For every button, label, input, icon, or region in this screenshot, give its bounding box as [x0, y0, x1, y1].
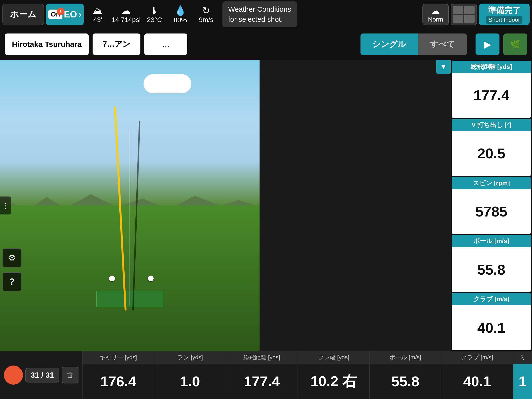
view-toggle-group: シングル すべて [361, 33, 467, 55]
droplet-icon: 💧 [174, 5, 186, 16]
altitude-value: 43' [93, 16, 102, 24]
eo-label: EO [64, 9, 77, 20]
extra-stat-header: ミ [513, 351, 532, 364]
course-view-button[interactable]: 🌿 [503, 33, 527, 55]
bottom-ball-header: ボール [m/s] [370, 351, 441, 364]
pressure-value: 14.714psi [111, 16, 140, 24]
extra-button[interactable]: … [144, 33, 187, 55]
player-select-button[interactable]: Hirotaka Tsuruhara [5, 33, 89, 55]
sky-cloud [144, 74, 191, 93]
bottom-ball-speed-stat: ボール [m/s] 55.8 [369, 351, 441, 399]
wind-indicator: ↻ 9m/s [194, 5, 218, 24]
club-speed-card: クラブ [m/s] 40.1 [452, 293, 531, 350]
extra-stat-value: 1 [513, 364, 532, 399]
club-speed-header: クラブ [m/s] [452, 293, 531, 305]
wind-value: 9m/s [199, 16, 214, 24]
weather-conditions-panel[interactable]: Weather Conditions for selected shot. [222, 1, 297, 27]
carry-stat: キャリー [yds] 176.4 [82, 351, 154, 399]
bottom-left-controls: 31 / 31 🗑 [0, 351, 82, 399]
grid-cell-2 [464, 6, 475, 14]
play-icon: ▶ [484, 39, 491, 50]
spread-stat: ブレ幅 [yds] 10.2 右 [298, 351, 369, 399]
single-view-button[interactable]: シングル [361, 33, 418, 55]
norm-icon: ☁ [431, 6, 440, 16]
ball-speed-header: ボール [m/s] [452, 235, 531, 247]
stats-panel: 総飛距離 [yds] 177.4 V 打ち出し [°] 20.5 スピン [rp… [451, 60, 532, 351]
bottom-club-speed-stat: クラブ [m/s] 40.1 [441, 351, 513, 399]
spin-card: スピン [rpm] 5785 [452, 177, 531, 234]
altitude-indicator: ⛰ 43' [86, 5, 110, 24]
ball-left [109, 276, 115, 281]
thermometer-icon: 🌡 [150, 5, 159, 16]
grid-cell-1 [453, 6, 463, 14]
shot-count: 31 / 31 [25, 368, 59, 382]
carry-value: 176.4 [82, 364, 154, 399]
bottom-bar: 31 / 31 🗑 キャリー [yds] 176.4 ラン [yds] 1.0 … [0, 351, 532, 399]
eo-badge: ! [57, 8, 64, 15]
ball-speed-value: 55.8 [452, 247, 531, 292]
temperature-value: 23°C [147, 16, 162, 24]
ready-label: 準備完了 [488, 5, 520, 16]
pressure-icon: ☁ [121, 5, 131, 16]
club-select-button[interactable]: 7…アン [93, 33, 140, 55]
club-speed-value: 40.1 [452, 305, 531, 350]
carry-header: キャリー [yds] [82, 351, 154, 364]
settings-button[interactable]: ⚙ [2, 248, 22, 267]
v-launch-value: 20.5 [452, 131, 531, 176]
ball-right [148, 276, 154, 281]
delete-shot-button[interactable]: 🗑 [62, 367, 78, 383]
total-dist-value: 177.4 [226, 364, 298, 399]
home-button[interactable]: ホーム [2, 4, 44, 25]
temperature-indicator: 🌡 23°C [143, 5, 166, 24]
total-distance-value: 177.4 [452, 73, 531, 118]
golf-view: ⚙ ? ⋮ [0, 60, 260, 351]
pressure-indicator: ☁ 14.714psi [111, 5, 140, 24]
bottom-stats-row: キャリー [yds] 176.4 ラン [yds] 1.0 総飛距離 [yds]… [82, 351, 532, 399]
spin-header: スピン [rpm] [452, 177, 531, 189]
grid-cell-4 [464, 15, 475, 23]
v-launch-header: V 打ち出し [°] [452, 119, 531, 131]
dropdown-arrow[interactable]: ▼ [436, 60, 451, 74]
header-bar: ホーム On ! EO › ⛰ 43' ☁ 14.714psi 🌡 23°C 💧… [0, 0, 532, 29]
run-stat: ラン [yds] 1.0 [154, 351, 226, 399]
play-button[interactable]: ▶ [475, 33, 500, 55]
spin-value: 5785 [452, 189, 531, 234]
grid-cell-3 [453, 15, 463, 23]
mountain-icon: ⛰ [93, 5, 102, 16]
total-distance-card: 総飛距離 [yds] 177.4 [452, 61, 531, 118]
grid-button[interactable] [451, 4, 477, 25]
spread-value: 10.2 右 [298, 364, 369, 399]
norm-label: Norm [428, 16, 443, 23]
total-dist-stat: 総飛距離 [yds] 177.4 [226, 351, 298, 399]
eo-on-indicator: On ! [48, 10, 63, 19]
v-launch-card: V 打ち出し [°] 20.5 [452, 119, 531, 176]
trash-icon: 🗑 [66, 371, 74, 379]
second-bar: Hirotaka Tsuruhara 7…アン … シングル すべて ▶ 🌿 [0, 29, 532, 60]
shot-line [129, 130, 130, 304]
help-button[interactable]: ? [2, 272, 22, 291]
ready-button[interactable]: 準備完了 Short Indoor [479, 4, 530, 25]
run-value: 1.0 [154, 364, 226, 399]
extra-stat: ミ 1 [513, 351, 532, 399]
left-panel-handle[interactable]: ⋮ [0, 197, 11, 215]
ball-speed-card: ボール [m/s] 55.8 [452, 235, 531, 292]
all-view-button[interactable]: すべて [418, 33, 467, 55]
total-dist-header: 総飛距離 [yds] [226, 351, 298, 364]
spread-header: ブレ幅 [yds] [298, 351, 369, 364]
norm-button[interactable]: ☁ Norm [422, 4, 449, 25]
run-header: ラン [yds] [154, 351, 226, 364]
record-button[interactable] [4, 366, 23, 385]
wind-icon: ↻ [202, 5, 210, 16]
bottom-club-value: 40.1 [441, 364, 513, 399]
bottom-club-header: クラブ [m/s] [441, 351, 513, 364]
humidity-indicator: 💧 80% [168, 5, 192, 24]
humidity-value: 80% [174, 16, 187, 24]
eo-button[interactable]: On ! EO › [46, 4, 84, 25]
eo-arrow-icon: › [78, 9, 82, 20]
total-distance-header: 総飛距離 [yds] [452, 61, 531, 73]
bottom-ball-value: 55.8 [370, 364, 441, 399]
course-icon: 🌿 [510, 39, 520, 49]
ready-sub: Short Indoor [486, 16, 522, 24]
